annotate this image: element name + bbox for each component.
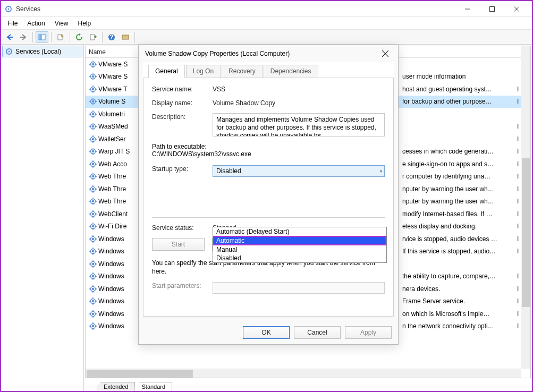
gear-icon (88, 60, 98, 69)
svg-rect-8 (39, 35, 41, 40)
tab-recovery[interactable]: Recovery (222, 65, 263, 78)
display-name-value: Volume Shadow Copy (213, 99, 385, 107)
service-status-label: Service status: (152, 224, 213, 232)
dropdown-option[interactable]: Disabled (213, 254, 386, 262)
tab-general[interactable]: General (148, 65, 185, 78)
description-textbox[interactable]: Manages and implements Volume Shadow Cop… (213, 113, 385, 137)
help-button[interactable]: ? (105, 31, 118, 43)
service-name-value: VSS (213, 86, 385, 93)
svg-point-96 (92, 226, 94, 227)
back-button[interactable] (3, 31, 16, 43)
properties-button[interactable] (119, 31, 132, 43)
service-name-cell: Windows (98, 272, 139, 280)
service-name-cell: Warp JIT S (98, 148, 139, 155)
service-desc-cell: If this service is stopped, audio… (402, 248, 531, 255)
svg-rect-14 (122, 35, 129, 39)
tab-logon[interactable]: Log On (186, 65, 221, 78)
service-desc-cell: nera devices. (402, 285, 531, 293)
service-desc-cell: e single-sign-on to apps and s… (402, 160, 531, 168)
gear-icon (88, 310, 98, 318)
dialog-close-button[interactable] (379, 47, 392, 60)
horizontal-scrollbar[interactable] (86, 369, 521, 378)
export-list-button[interactable] (87, 31, 99, 43)
dropdown-option[interactable]: Manual (213, 245, 386, 254)
maximize-button[interactable] (480, 1, 504, 17)
service-name-cell: Windows (98, 322, 139, 330)
service-desc-cell: modify Internet-based files. If … (402, 210, 531, 218)
dropdown-option-highlighted[interactable]: Automatic (213, 236, 386, 245)
gear-icon (88, 135, 98, 143)
menu-action[interactable]: Action (23, 19, 49, 28)
show-hide-tree-button[interactable] (36, 31, 48, 43)
menu-view[interactable]: View (50, 19, 73, 28)
apply-button[interactable]: Apply (345, 326, 392, 339)
window-title: Services (16, 5, 40, 13)
menu-file[interactable]: File (3, 19, 22, 28)
service-desc-cell: n the network connectivity opti… (402, 322, 531, 330)
service-name-cell: WalletSer (98, 135, 139, 143)
service-name-cell: Windows (98, 310, 139, 318)
dialog-title: Volume Shadow Copy Properties (Local Com… (145, 50, 290, 57)
tree-node-services-local[interactable]: Services (Local) (2, 46, 82, 57)
vertical-scrollbar[interactable] (521, 46, 530, 369)
gear-icon (88, 210, 98, 218)
svg-point-126 (92, 288, 94, 289)
service-name-cell: Web Acco (98, 160, 139, 168)
horizontal-scrollbar-thumb[interactable] (87, 370, 193, 378)
menu-help[interactable]: Help (74, 19, 96, 28)
dropdown-option[interactable]: Automatic (Delayed Start) (213, 227, 386, 236)
service-name-cell: Web Thre (98, 173, 139, 180)
tree-panel: Services (Local) (1, 45, 84, 391)
minimize-button[interactable] (455, 1, 480, 17)
bottom-tabs: Extended Standard (84, 379, 532, 391)
display-name-label: Display name: (152, 99, 213, 107)
startup-type-combobox[interactable]: Disabled ▾ (213, 165, 385, 177)
window-titlebar: Services (1, 1, 532, 17)
service-desc-cell: eless display and docking. (402, 223, 531, 230)
service-name-cell: WebClient (98, 210, 139, 218)
refresh-button[interactable] (73, 31, 86, 43)
forward-button[interactable] (17, 31, 30, 43)
chevron-down-icon: ▾ (380, 169, 382, 174)
close-button[interactable] (504, 1, 529, 17)
svg-point-138 (92, 313, 94, 314)
ok-button[interactable]: OK (243, 326, 290, 339)
tree-node-label: Services (Local) (15, 48, 61, 55)
dialog-footer: OK Cancel Apply (139, 321, 398, 344)
service-name-cell: Windows (98, 297, 139, 305)
service-name-cell: Volumetri (98, 110, 139, 118)
cancel-button[interactable]: Cancel (294, 326, 341, 339)
service-desc-cell: user mode information (402, 73, 531, 80)
startup-type-label: Startup type: (152, 165, 213, 177)
export-button[interactable] (54, 31, 67, 43)
svg-point-30 (92, 88, 94, 90)
gear-icon (88, 285, 98, 293)
toolbar: ? (1, 30, 532, 45)
menubar: File Action View Help (1, 17, 532, 30)
dialog-tabs: General Log On Recovery Dependencies (143, 62, 394, 78)
service-name-cell: VMware S (98, 61, 139, 68)
svg-point-102 (92, 238, 94, 240)
path-value: C:\WINDOWS\system32\vssvc.exe (152, 150, 385, 158)
gear-icon (88, 247, 98, 255)
dialog-titlebar[interactable]: Volume Shadow Copy Properties (Local Com… (139, 45, 398, 62)
svg-rect-9 (41, 35, 45, 40)
service-name-cell: Windows (98, 285, 139, 293)
svg-rect-3 (490, 6, 495, 11)
svg-point-18 (92, 63, 94, 65)
svg-point-90 (92, 213, 94, 215)
vertical-scrollbar-thumb[interactable] (522, 158, 530, 307)
app-icon (4, 5, 13, 13)
gear-icon (88, 222, 98, 231)
path-label: Path to executable: (152, 143, 385, 150)
gear-icon (88, 72, 98, 81)
dialog-body: Service name: VSS Display name: Volume S… (143, 78, 394, 317)
gear-icon (88, 260, 98, 268)
start-button[interactable]: Start (152, 238, 205, 251)
svg-point-78 (92, 188, 94, 190)
tab-extended[interactable]: Extended (97, 382, 135, 391)
tab-standard[interactable]: Standard (134, 382, 172, 391)
tab-dependencies[interactable]: Dependencies (264, 65, 318, 78)
gear-icon (88, 97, 98, 106)
svg-point-66 (92, 163, 94, 165)
